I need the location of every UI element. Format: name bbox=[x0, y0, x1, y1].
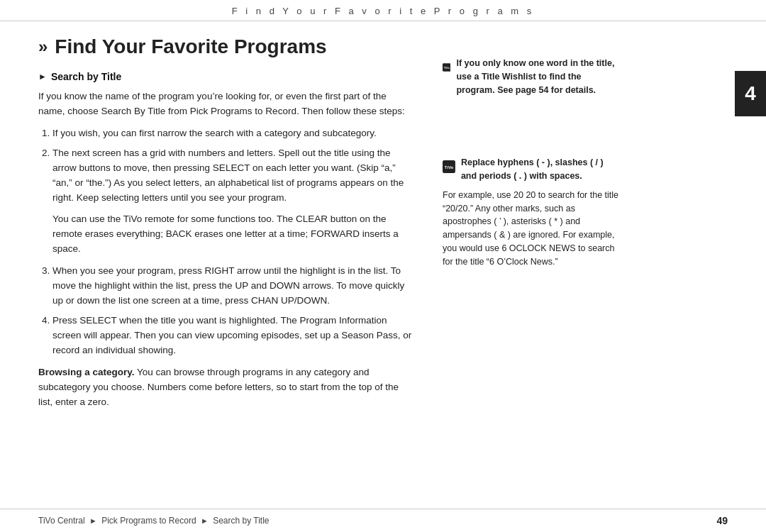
steps-list-continued: When you see your program, press RIGHT a… bbox=[52, 264, 414, 358]
breadcrumb-arrow-1: ► bbox=[89, 516, 97, 525]
step-3: When you see your program, press RIGHT a… bbox=[52, 264, 414, 309]
tivo-icon-1: TiVo bbox=[443, 57, 450, 78]
page-title-text: Find Your Favorite Programs bbox=[55, 35, 326, 58]
tip-2-icon-row: TiVo Replace hyphens ( - ), slashes ( / … bbox=[443, 156, 620, 183]
chapter-tab: 4 bbox=[735, 71, 766, 116]
steps-list: If you wish, you can first narrow the se… bbox=[52, 126, 414, 206]
page-footer: TiVo Central ► Pick Programs to Record ►… bbox=[0, 509, 766, 532]
breadcrumb-part-2: Pick Programs to Record bbox=[101, 516, 196, 526]
breadcrumb-part-3: Search by Title bbox=[213, 516, 269, 526]
breadcrumb-arrow-2: ► bbox=[201, 516, 209, 525]
page-header: F i n d Y o u r F a v o r i t e P r o g … bbox=[0, 0, 766, 21]
step-1: If you wish, you can first narrow the se… bbox=[52, 126, 414, 141]
tip-box-1: TiVo If you only know one word in the ti… bbox=[443, 57, 620, 99]
step-4: Press SELECT when the title you want is … bbox=[52, 314, 414, 358]
svg-text:TiVo: TiVo bbox=[444, 66, 450, 70]
title-arrows-icon: » bbox=[38, 37, 48, 57]
tip-2-normal-text: For example, use 20 20 to search for the… bbox=[443, 189, 620, 269]
browsing-paragraph: Browsing a category. You can browse thro… bbox=[38, 365, 414, 410]
intro-paragraph: If you know the name of the program you’… bbox=[38, 89, 414, 119]
main-content: » Find Your Favorite Programs ► Search b… bbox=[0, 28, 766, 416]
breadcrumb-part-1: TiVo Central bbox=[38, 516, 85, 526]
left-column: » Find Your Favorite Programs ► Search b… bbox=[38, 28, 435, 416]
tivo-icon-2: TiVo bbox=[443, 156, 455, 177]
section-heading-text: Search by Title bbox=[51, 71, 121, 82]
page-title: » Find Your Favorite Programs bbox=[38, 35, 414, 58]
step-2: The next screen has a grid with numbers … bbox=[52, 146, 414, 206]
right-column: TiVo If you only know one word in the ti… bbox=[435, 57, 620, 416]
tip-1-icon-row: TiVo If you only know one word in the ti… bbox=[443, 57, 620, 96]
svg-text:TiVo: TiVo bbox=[445, 165, 454, 170]
page-number: 49 bbox=[716, 515, 728, 526]
browsing-bold: Browsing a category. bbox=[38, 367, 135, 377]
page-container: F i n d Y o u r F a v o r i t e P r o g … bbox=[0, 0, 766, 532]
step-2-extra: You can use the TiVo remote for some fun… bbox=[52, 212, 414, 257]
header-title: F i n d Y o u r F a v o r i t e P r o g … bbox=[232, 6, 534, 16]
section-heading: ► Search by Title bbox=[38, 71, 414, 82]
section-arrow-icon: ► bbox=[38, 72, 47, 82]
chapter-number: 4 bbox=[745, 82, 756, 104]
tip-box-2: TiVo Replace hyphens ( - ), slashes ( / … bbox=[443, 156, 620, 268]
tip-2-bold-text: Replace hyphens ( - ), slashes ( / ) and… bbox=[461, 156, 620, 183]
footer-breadcrumb: TiVo Central ► Pick Programs to Record ►… bbox=[38, 516, 270, 526]
tip-1-text: If you only know one word in the title, … bbox=[456, 57, 620, 96]
